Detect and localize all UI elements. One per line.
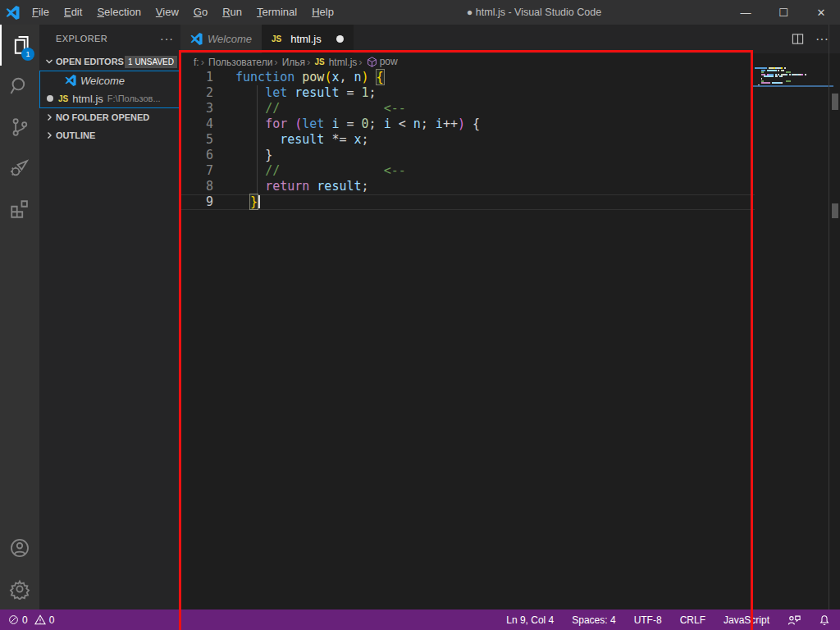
source-control-icon <box>9 116 30 138</box>
status-bar: 0 0 Ln 9, Col 4 Spaces: 4 UTF-8 CRLF Jav… <box>0 609 840 630</box>
code-line[interactable]: 8 return result; <box>180 179 755 194</box>
warnings-count: 0 <box>49 614 55 626</box>
menu-help[interactable]: Help <box>304 0 341 25</box>
symbol-method-icon <box>367 57 377 67</box>
open-editor-label: html.js <box>72 93 103 105</box>
menu-bar: File Edit Selection View Go Run Terminal… <box>25 0 341 25</box>
split-editor-icon[interactable] <box>792 33 804 45</box>
vscode-logo-icon <box>0 6 25 20</box>
eol-setting[interactable]: CRLF <box>680 614 705 626</box>
activity-extensions[interactable] <box>0 189 39 230</box>
extensions-icon <box>9 199 30 220</box>
minimize-button[interactable]: — <box>727 0 765 25</box>
code-line[interactable]: 6 } <box>180 148 755 163</box>
code-line[interactable]: 3 // <-- <box>180 101 755 116</box>
breadcrumb-item-ilya[interactable]: Илья <box>282 56 313 68</box>
vscode-logo-icon <box>65 75 76 86</box>
open-editor-path: F:\Пользов... <box>107 94 161 103</box>
tab-label: html.js <box>290 33 322 45</box>
indentation-setting[interactable]: Spaces: 4 <box>572 614 615 626</box>
code-line[interactable]: 1function pow(x, n) { <box>180 70 755 85</box>
breadcrumb-item-symbol[interactable]: pow <box>380 56 398 67</box>
modified-dot-icon[interactable] <box>47 95 53 102</box>
no-folder-section[interactable]: NO FOLDER OPENED <box>39 108 180 126</box>
javascript-file-icon: JS <box>58 94 68 103</box>
warnings-icon <box>34 614 46 625</box>
outline-section[interactable]: OUTLINE <box>39 126 180 144</box>
activity-run-debug[interactable] <box>0 148 39 189</box>
menu-file[interactable]: File <box>25 0 57 25</box>
chevron-down-icon <box>43 57 56 66</box>
chevron-right-icon <box>43 131 56 139</box>
editor-scrollbar[interactable] <box>829 25 840 609</box>
sidebar-title: EXPLORER <box>56 34 107 43</box>
gear-icon <box>9 578 30 600</box>
tab-label: Welcome <box>208 33 252 45</box>
notifications-bell-icon[interactable] <box>819 614 830 626</box>
breadcrumb-item-users[interactable]: Пользователи <box>208 56 280 68</box>
open-editors-list: Welcome JS html.js F:\Пользов... <box>39 71 180 108</box>
problems-indicator[interactable]: 0 0 <box>8 614 54 626</box>
scrollbar-decoration <box>832 203 838 218</box>
errors-icon <box>8 614 19 625</box>
encoding-setting[interactable]: UTF-8 <box>634 614 662 626</box>
scrollbar-decoration <box>832 94 838 110</box>
code-line[interactable]: 7 // <-- <box>180 163 755 179</box>
code-line[interactable]: 2 let result = 1; <box>180 85 755 101</box>
menu-go[interactable]: Go <box>186 0 215 25</box>
activity-bar: 1 <box>0 25 39 609</box>
feedback-icon[interactable] <box>788 614 801 626</box>
open-editor-welcome[interactable]: Welcome <box>40 71 180 89</box>
close-button[interactable]: ✕ <box>802 0 840 25</box>
code-line[interactable]: 9 } <box>180 194 755 210</box>
errors-count: 0 <box>22 614 28 626</box>
menu-terminal[interactable]: Terminal <box>249 0 304 25</box>
open-editors-label: OPEN EDITORS <box>56 57 124 66</box>
javascript-file-icon: JS <box>272 34 281 43</box>
language-mode[interactable]: JavaScript <box>724 614 769 626</box>
no-folder-label: NO FOLDER OPENED <box>56 112 149 122</box>
activity-source-control[interactable] <box>0 107 39 148</box>
code-editor[interactable]: 1function pow(x, n) {2 let result = 1;3 … <box>180 70 755 609</box>
maximize-button[interactable]: ☐ <box>765 0 802 25</box>
run-debug-icon <box>9 158 30 179</box>
explorer-sidebar: EXPLORER ··· OPEN EDITORS 1 UNSAVED Welc… <box>39 25 180 609</box>
menu-edit[interactable]: Edit <box>57 0 89 25</box>
breadcrumb-item-drive[interactable]: f: <box>194 56 206 68</box>
search-icon <box>9 75 30 97</box>
activity-explorer[interactable]: 1 <box>0 25 39 66</box>
account-icon <box>9 537 30 559</box>
javascript-file-icon: JS <box>314 57 324 66</box>
outline-label: OUTLINE <box>56 130 95 140</box>
tab-bar: Welcome JS html.js ··· <box>180 25 840 53</box>
code-line[interactable]: 5 result *= x; <box>180 132 755 148</box>
open-editors-header[interactable]: OPEN EDITORS 1 UNSAVED <box>39 52 180 71</box>
menu-selection[interactable]: Selection <box>89 0 148 25</box>
minimap[interactable] <box>755 67 827 86</box>
modified-dot-icon[interactable] <box>336 35 344 43</box>
cursor-position[interactable]: Ln 9, Col 4 <box>506 614 554 626</box>
menu-view[interactable]: View <box>148 0 186 25</box>
open-editor-htmljs[interactable]: JS html.js F:\Пользов... <box>40 89 180 107</box>
activity-settings[interactable] <box>0 568 39 609</box>
explorer-badge: 1 <box>21 48 34 61</box>
breadcrumb-item-file[interactable]: html.js <box>329 56 364 68</box>
vscode-logo-icon <box>190 33 203 45</box>
tab-welcome[interactable]: Welcome <box>180 25 262 53</box>
chevron-right-icon <box>43 113 56 121</box>
unsaved-badge: 1 UNSAVED <box>125 56 177 68</box>
open-editor-label: Welcome <box>80 75 125 87</box>
menu-run[interactable]: Run <box>215 0 249 25</box>
breadcrumb: f: Пользователи Илья JS html.js pow <box>180 53 840 70</box>
more-actions-icon[interactable]: ··· <box>815 32 829 47</box>
title-bar: File Edit Selection View Go Run Terminal… <box>0 0 840 25</box>
explorer-actions-icon[interactable]: ··· <box>160 32 174 45</box>
tab-htmljs[interactable]: JS html.js <box>262 25 354 53</box>
window-title: ● html.js - Visual Studio Code <box>341 7 727 18</box>
editor-group: Welcome JS html.js ··· f: Пользователи И… <box>180 25 840 609</box>
activity-account[interactable] <box>0 527 39 568</box>
activity-search[interactable] <box>0 66 39 107</box>
code-line[interactable]: 4 for (let i = 0; i < n; i++) { <box>180 116 755 132</box>
